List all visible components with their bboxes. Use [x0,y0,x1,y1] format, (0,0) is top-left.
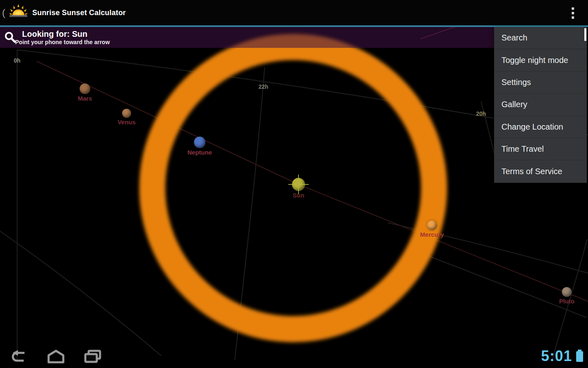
hour-label-22h: 22h [258,83,268,90]
sunrise-app-icon [8,3,29,22]
app-screen: 0h22h20hMarsVenusNeptuneSunMercuryPluto … [0,0,588,368]
hour-label-0h: 0h [14,57,20,64]
recents-icon [84,350,102,364]
planet-label-neptune: Neptune [187,149,212,156]
home-icon [47,350,65,364]
planet-pluto[interactable] [562,287,572,297]
planet-mercury[interactable] [427,220,437,230]
system-navigation-bar: 5:01 [0,345,588,368]
looking-for-title: Looking for: Sun [22,29,110,38]
planet-label-venus: Venus [118,119,136,126]
planet-label-sun: Sun [293,192,304,199]
dot [572,16,574,19]
recent-apps-button[interactable] [74,345,111,368]
menu-item-search[interactable]: Search [494,27,587,49]
hour-label-20h: 20h [476,110,486,117]
planet-label-mercury: Mercury [420,231,444,238]
back-caret[interactable]: ( [2,7,5,18]
menu-item-time-travel[interactable]: Time Travel [494,138,587,160]
battery-icon [576,351,583,362]
planet-label-pluto: Pluto [559,298,575,305]
dot [572,12,574,14]
menu-item-gallery[interactable]: Gallery [494,94,587,116]
menu-item-change-location[interactable]: Change Location [494,116,587,138]
system-clock[interactable]: 5:01 [541,348,572,365]
action-bar: ( Sunrise Sunset Calcul [0,0,588,27]
back-icon [10,350,29,364]
menu-item-settings[interactable]: Settings [494,72,587,94]
planet-mars[interactable] [80,83,90,94]
home-button[interactable] [38,345,74,368]
planet-venus[interactable] [122,109,131,118]
planet-neptune[interactable] [194,137,205,148]
planet-sun[interactable] [292,178,305,191]
back-button[interactable] [1,345,38,368]
looking-for-subtitle: Point your phone toward the arrow [15,39,110,45]
menu-scrollbar[interactable] [584,28,586,41]
overflow-menu-icon[interactable] [568,5,578,21]
app-title: Sunrise Sunset Calculator [32,9,126,17]
overflow-menu: SearchToggle night modeSettingsGalleryCh… [494,27,587,183]
menu-item-terms-of-service[interactable]: Terms of Service [494,160,587,182]
menu-item-toggle-night-mode[interactable]: Toggle night mode [494,49,587,71]
dot [572,7,574,10]
looking-for-banner: Looking for: Sun Point your phone toward… [0,27,494,48]
planet-label-mars: Mars [78,95,92,102]
